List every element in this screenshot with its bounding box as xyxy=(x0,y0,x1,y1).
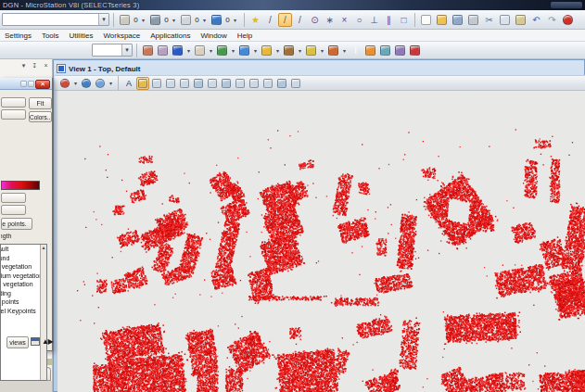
raster-manager-icon[interactable] xyxy=(215,44,229,57)
markups-icon[interactable] xyxy=(378,44,392,57)
chevron-down-icon[interactable]: ▾ xyxy=(319,47,325,54)
open-file-icon[interactable] xyxy=(435,13,449,27)
chevron-down-icon[interactable]: ▾ xyxy=(232,17,238,23)
menu-item-window[interactable]: Window xyxy=(200,32,226,40)
pan-view-icon[interactable] xyxy=(94,77,107,90)
menu-item-settings[interactable]: Settings xyxy=(5,32,32,40)
chevron-down-icon[interactable]: ▾ xyxy=(185,47,192,54)
close-icon[interactable]: × xyxy=(35,80,50,89)
intersection-snap-icon[interactable]: × xyxy=(337,13,351,27)
level-manager-icon[interactable] xyxy=(304,44,318,57)
view-previous-icon[interactable] xyxy=(234,77,247,90)
class-list[interactable]: DefaultGroundLow vegetationMedium vegeta… xyxy=(0,244,47,381)
menu-item-help[interactable]: Help xyxy=(237,32,252,40)
midpoint-snap-icon[interactable]: / xyxy=(293,13,307,27)
define-points-button[interactable]: Define points. xyxy=(1,218,32,230)
match-attributes-icon[interactable] xyxy=(156,44,170,57)
walk-view-icon[interactable] xyxy=(220,77,233,90)
dialog-title-bar[interactable]: × xyxy=(0,78,52,90)
copy-view-icon[interactable] xyxy=(261,77,274,90)
cut-icon[interactable]: ✂ xyxy=(482,13,496,27)
info-icon[interactable]: i xyxy=(349,44,362,57)
fence-block-icon[interactable]: □ xyxy=(397,13,411,27)
view-title-bar[interactable]: View 1 - Top, Default xyxy=(57,62,584,75)
list-scrollbar[interactable]: ▲ xyxy=(40,245,46,380)
panel-menu-icon[interactable]: ▾ xyxy=(19,61,28,70)
chevron-down-icon[interactable]: ▾ xyxy=(72,80,79,86)
tool-settings-combo[interactable]: ▾ xyxy=(92,44,133,57)
zoom-in-icon[interactable] xyxy=(136,77,149,90)
window-area-icon[interactable] xyxy=(164,77,177,90)
dialog-field-button-2[interactable] xyxy=(1,109,26,120)
clip-mask-icon[interactable] xyxy=(289,77,302,90)
accudraw-icon[interactable]: ★ xyxy=(248,13,262,27)
print-organizer-icon[interactable] xyxy=(393,44,407,57)
chevron-down-icon[interactable]: ▾ xyxy=(108,80,114,86)
save-icon[interactable] xyxy=(451,13,464,27)
redo-icon[interactable]: ↷ xyxy=(545,13,559,27)
chevron-down-icon[interactable]: ▾ xyxy=(252,47,259,54)
dialog-field-button-1[interactable] xyxy=(1,97,26,107)
menu-item-utilities[interactable]: Utilities xyxy=(70,32,94,40)
center-snap-icon[interactable]: ⊙ xyxy=(308,13,322,27)
fit-button[interactable]: Fit xyxy=(29,97,52,109)
dialog-minimize-button[interactable] xyxy=(20,81,27,87)
cells-icon[interactable] xyxy=(282,44,296,57)
undo-icon[interactable]: ↶ xyxy=(529,13,543,27)
close-panel-icon[interactable]: × xyxy=(42,61,50,70)
print-icon[interactable] xyxy=(466,13,480,27)
color-swatch[interactable] xyxy=(1,181,40,190)
chevron-down-icon[interactable]: ▾ xyxy=(208,47,214,54)
right-triangle-icon[interactable]: ▶ xyxy=(47,337,54,347)
pan-parallel-icon[interactable] xyxy=(206,77,219,90)
scroll-up-icon[interactable]: ▲ xyxy=(42,245,46,250)
rotate-view-icon[interactable] xyxy=(192,77,205,90)
view-attributes-icon[interactable]: A xyxy=(122,77,135,90)
change-attributes-icon[interactable] xyxy=(141,44,155,57)
clip-volume-icon[interactable] xyxy=(275,77,288,90)
views-button[interactable]: views xyxy=(6,336,29,348)
chevron-down-icon[interactable]: ▾ xyxy=(297,47,303,54)
chevron-down-icon[interactable]: ▾ xyxy=(98,14,108,25)
tangent-snap-icon[interactable]: ○ xyxy=(352,13,366,27)
paste-icon[interactable] xyxy=(514,13,528,27)
mini-window-icon[interactable] xyxy=(31,337,40,346)
title-bar[interactable]: DGN - MicroStation V8i (SELECTseries 3) xyxy=(0,0,585,10)
active-color-icon[interactable] xyxy=(179,13,193,27)
nearest-snap-icon[interactable]: / xyxy=(278,13,292,27)
keypoint-snap-icon[interactable]: / xyxy=(263,13,277,27)
parallel-snap-icon[interactable]: ∥ xyxy=(382,13,396,27)
bentley-icon[interactable] xyxy=(561,13,575,27)
chevron-down-icon[interactable]: ▾ xyxy=(341,47,348,54)
menu-item-workspace[interactable]: Workspace xyxy=(103,32,140,40)
search-icon[interactable] xyxy=(363,44,377,57)
point-clouds-icon[interactable] xyxy=(237,44,251,57)
chevron-down-icon[interactable]: ▾ xyxy=(140,17,146,23)
chevron-down-icon[interactable]: ▾ xyxy=(274,47,281,54)
dialog-restore-button[interactable] xyxy=(28,81,34,87)
origin-snap-icon[interactable]: ∗ xyxy=(323,13,337,27)
references-icon[interactable] xyxy=(193,44,207,57)
chevron-down-icon[interactable]: ▾ xyxy=(171,17,177,23)
window-controls[interactable] xyxy=(551,2,582,8)
new-file-icon[interactable] xyxy=(419,13,433,27)
models-icon[interactable] xyxy=(171,44,184,57)
perpendicular-snap-icon[interactable]: ⊥ xyxy=(367,13,381,27)
active-element-template-icon[interactable] xyxy=(118,13,132,27)
view-canvas[interactable] xyxy=(57,91,585,392)
view-next-icon[interactable] xyxy=(248,77,261,90)
chevron-down-icon[interactable]: ▾ xyxy=(121,44,132,56)
colors-button[interactable]: Colors... xyxy=(29,111,52,122)
menu-item-applications[interactable]: Applications xyxy=(150,32,190,40)
explorer-icon[interactable] xyxy=(326,44,340,57)
pin-panel-icon[interactable]: ↧ xyxy=(31,61,39,70)
active-level-combo[interactable]: ▾ xyxy=(2,13,109,26)
dialog-field-button-4[interactable] xyxy=(1,205,26,215)
zoom-out-icon[interactable] xyxy=(150,77,163,90)
saved-views-icon[interactable] xyxy=(260,44,273,57)
active-level-icon[interactable] xyxy=(148,13,162,27)
dialog-field-button-3[interactable] xyxy=(1,193,26,203)
copy-icon[interactable] xyxy=(498,13,512,27)
fit-view-icon[interactable] xyxy=(178,77,191,90)
design-history-icon[interactable] xyxy=(408,44,422,57)
